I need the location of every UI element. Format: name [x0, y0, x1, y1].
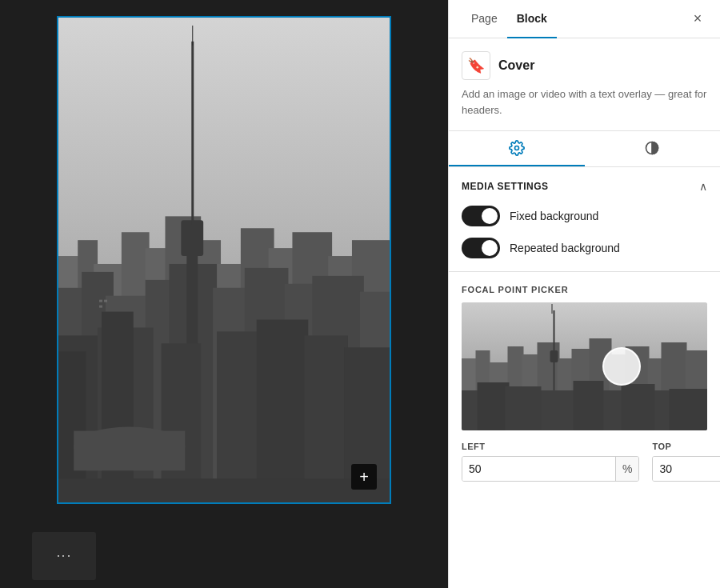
top-coord-group: TOP %: [652, 442, 720, 482]
canvas-area: +: [0, 0, 448, 524]
svg-rect-28: [192, 26, 193, 46]
svg-rect-65: [478, 382, 510, 430]
collapse-chevron[interactable]: ∧: [699, 180, 707, 193]
settings-style-tabs: [449, 131, 720, 167]
svg-rect-63: [552, 304, 553, 314]
svg-rect-36: [304, 335, 348, 502]
svg-rect-68: [622, 384, 655, 430]
svg-rect-32: [102, 312, 134, 502]
tab-page[interactable]: Page: [462, 0, 507, 38]
block-info: 🔖 Cover Add an image or video with a tex…: [449, 38, 720, 131]
block-icon: 🔖: [462, 51, 490, 80]
block-toolbar: ⋮: [32, 532, 96, 580]
tab-settings[interactable]: [449, 131, 585, 166]
toolbar-row: ⋮: [0, 524, 448, 588]
svg-rect-69: [670, 389, 708, 430]
svg-rect-66: [506, 386, 542, 430]
repeated-background-row: Repeated background: [462, 238, 707, 258]
coords-row: LEFT % TOP %: [462, 442, 707, 482]
left-input[interactable]: [462, 457, 615, 481]
svg-rect-35: [257, 320, 309, 502]
tab-style[interactable]: [585, 131, 721, 166]
add-block-button[interactable]: +: [351, 464, 377, 490]
svg-rect-34: [217, 331, 261, 502]
top-input-row: %: [652, 456, 720, 482]
right-panel: Page Block × 🔖 Cover Add an image or vid…: [448, 0, 720, 588]
svg-rect-40: [99, 306, 102, 308]
repeated-background-toggle[interactable]: [462, 238, 500, 258]
svg-rect-38: [99, 300, 102, 302]
fixed-background-row: Fixed background: [462, 206, 707, 226]
svg-rect-62: [550, 350, 558, 362]
block-toolbar-dots: ⋮: [55, 549, 73, 564]
fixed-background-label: Fixed background: [510, 210, 598, 222]
svg-rect-42: [74, 431, 185, 471]
svg-rect-43: [58, 478, 390, 502]
left-label: LEFT: [462, 442, 639, 451]
repeated-background-label: Repeated background: [510, 242, 620, 254]
focal-point-title: Focal Point Picker: [462, 285, 707, 294]
svg-rect-39: [104, 300, 107, 302]
block-description: Add an image or video with a text overla…: [462, 86, 707, 118]
left-unit: %: [615, 457, 638, 481]
svg-point-44: [514, 146, 518, 150]
svg-rect-26: [181, 220, 203, 256]
focal-point-image[interactable]: [462, 302, 707, 430]
cover-block: +: [57, 16, 391, 504]
block-title-row: 🔖 Cover: [462, 51, 707, 80]
media-settings-section: Media settings ∧ Fixed background Repeat…: [449, 167, 720, 272]
panel-header: Page Block ×: [449, 0, 720, 38]
focal-point-section: Focal Point Picker: [449, 272, 720, 494]
gear-icon: [509, 140, 525, 156]
style-icon: [644, 140, 660, 156]
svg-rect-67: [574, 381, 604, 430]
section-header: Media settings ∧: [462, 180, 707, 193]
top-label: TOP: [652, 442, 720, 451]
left-coord-group: LEFT %: [462, 442, 639, 482]
city-image: +: [58, 18, 390, 502]
block-title: Cover: [498, 58, 534, 73]
fixed-background-toggle[interactable]: [462, 206, 500, 226]
left-panel: + ⋮: [0, 0, 448, 588]
left-input-row: %: [462, 456, 639, 482]
svg-rect-27: [191, 42, 194, 224]
top-input[interactable]: [653, 457, 720, 481]
tab-block[interactable]: Block: [507, 0, 557, 38]
close-button[interactable]: ×: [688, 10, 707, 29]
media-settings-title: Media settings: [462, 181, 549, 192]
focal-point-handle[interactable]: [602, 347, 641, 386]
